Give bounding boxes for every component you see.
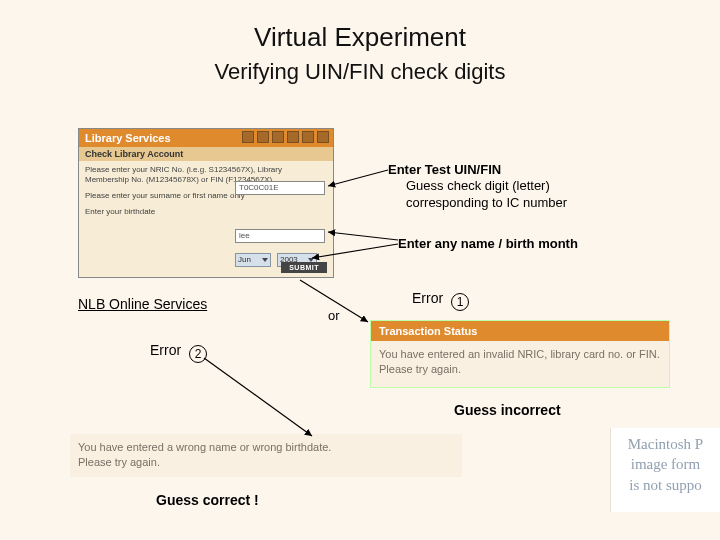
prompt-birth: Enter your birthdate	[85, 207, 327, 217]
error-1-circle: 1	[451, 293, 469, 311]
svg-line-1	[328, 232, 398, 240]
svg-line-4	[204, 358, 312, 436]
name-input[interactable]: lee	[235, 229, 325, 243]
form-section-label: Check Library Account	[79, 147, 333, 161]
error-2-label: Error 2	[150, 342, 207, 363]
submit-button[interactable]: SUBMIT	[281, 262, 327, 273]
form-header: Library Services	[79, 129, 333, 147]
annotation-nric-sub1: Guess check digit (letter)	[388, 178, 618, 194]
guess-incorrect-label: Guess incorrect	[454, 402, 561, 418]
nlb-online-link[interactable]: NLB Online Services	[78, 296, 207, 312]
svg-line-0	[328, 170, 388, 186]
header-icon	[317, 131, 329, 143]
error-text: Error	[412, 290, 443, 306]
nric-input[interactable]: T0C0C01E	[235, 181, 325, 195]
transaction-line1: You have entered an invalid NRIC, librar…	[379, 347, 661, 362]
header-icon	[287, 131, 299, 143]
error-1-label: Error 1	[412, 290, 469, 311]
transaction-body: You have entered an invalid NRIC, librar…	[371, 341, 669, 387]
page-subtitle: Verifying UIN/FIN check digits	[0, 59, 720, 85]
page-title: Virtual Experiment	[0, 0, 720, 53]
guess-correct-label: Guess correct !	[156, 492, 259, 508]
form-header-icons	[242, 131, 329, 143]
annotation-nric-title: Enter Test UIN/FIN	[388, 162, 618, 178]
mac-line3: is not suppo	[611, 475, 720, 495]
form-header-text: Library Services	[85, 132, 171, 144]
transaction-header: Transaction Status	[371, 321, 669, 341]
annotation-nric: Enter Test UIN/FIN Guess check digit (le…	[388, 162, 618, 211]
macintosh-placeholder: Macintosh P image form is not suppo	[610, 428, 720, 512]
header-icon	[302, 131, 314, 143]
error-2-circle: 2	[189, 345, 207, 363]
library-form-screenshot: Library Services Check Library Account P…	[78, 128, 334, 278]
transaction-line2: Please try again.	[379, 362, 661, 377]
header-icon	[272, 131, 284, 143]
error-text: Error	[150, 342, 181, 358]
month-select[interactable]: Jun	[235, 253, 271, 267]
mac-line1: Macintosh P	[611, 434, 720, 454]
or-label: or	[328, 308, 340, 323]
annotation-nric-sub2: corresponding to IC number	[388, 195, 618, 211]
header-icon	[242, 131, 254, 143]
header-icon	[257, 131, 269, 143]
annotation-name: Enter any name / birth month	[398, 236, 658, 252]
transaction-status-box: Transaction Status You have entered an i…	[370, 320, 670, 388]
mac-line2: image form	[611, 454, 720, 474]
wrong-name-box: You have entered a wrong name or wrong b…	[70, 434, 462, 477]
wrongname-line1: You have entered a wrong name or wrong b…	[78, 440, 454, 455]
wrongname-line2: Please try again.	[78, 455, 454, 470]
